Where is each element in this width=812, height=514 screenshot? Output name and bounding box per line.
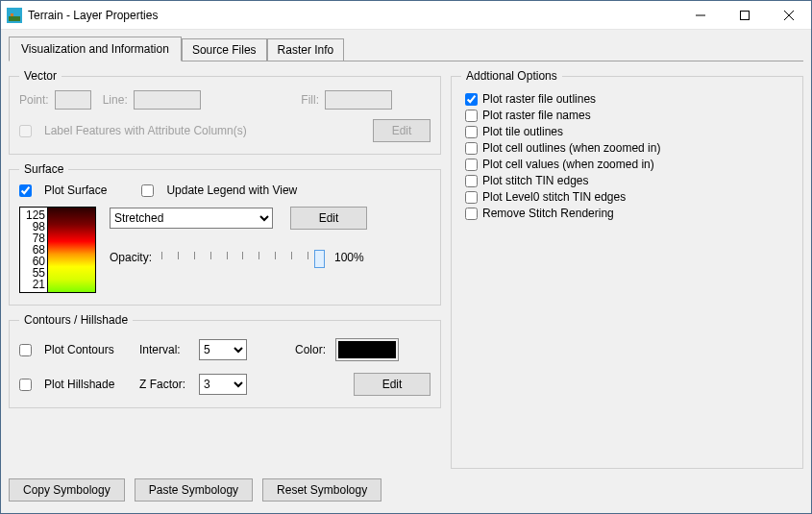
plot-hillshade-checkbox[interactable] [19, 379, 32, 391]
opt-plot-raster-names[interactable]: Plot raster file names [465, 109, 789, 122]
window-controls [678, 1, 811, 29]
contour-color-well[interactable] [335, 338, 399, 361]
opt-plot-raster-outlines[interactable]: Plot raster file outlines [465, 92, 789, 106]
tab-raster-info[interactable]: Raster Info [267, 38, 345, 61]
opt-label: Plot raster file names [482, 109, 591, 122]
point-label: Point: [19, 93, 49, 107]
checkbox[interactable] [465, 175, 478, 187]
plot-contours-option[interactable]: Plot Contours [19, 343, 130, 356]
opt-plot-stitch-tin[interactable]: Plot stitch TIN edges [465, 174, 789, 187]
update-legend-option[interactable]: Update Legend with View [141, 184, 297, 197]
opacity-slider-thumb[interactable] [314, 250, 325, 268]
plot-contours-label: Plot Contours [44, 343, 114, 356]
checkbox[interactable] [465, 142, 478, 155]
tab-bar: Visualization and Information Source Fil… [9, 36, 803, 61]
copy-symbology-button[interactable]: Copy Symbology [9, 478, 125, 502]
plot-contours-checkbox[interactable] [19, 344, 32, 356]
plot-surface-label: Plot Surface [44, 184, 107, 197]
opt-label: Plot raster file outlines [482, 92, 596, 106]
checkbox[interactable] [465, 159, 478, 171]
tab-visualization[interactable]: Visualization and Information [9, 37, 182, 61]
checkbox[interactable] [465, 208, 478, 220]
opt-label: Plot cell outlines (when zoomed in) [482, 141, 660, 155]
vector-legend: Vector [19, 69, 62, 83]
opt-label: Remove Stitch Rendering [482, 207, 614, 220]
checkbox[interactable] [465, 191, 478, 204]
color-ramp-legend: 125 98 78 68 60 55 21 [19, 207, 96, 293]
contour-color-swatch [338, 341, 396, 358]
label-features-label: Label Features with Attribute Column(s) [44, 124, 247, 137]
opacity-value: 100% [334, 251, 364, 264]
opt-label: Plot tile outlines [482, 125, 563, 138]
opt-label: Plot Level0 stitch TIN edges [482, 190, 626, 204]
plot-surface-checkbox[interactable] [19, 184, 32, 197]
opt-label: Plot stitch TIN edges [482, 174, 589, 187]
opt-remove-stitch-rendering[interactable]: Remove Stitch Rendering [465, 207, 789, 220]
additional-legend: Addtional Options [461, 69, 562, 83]
opt-plot-cell-outlines[interactable]: Plot cell outlines (when zoomed in) [465, 141, 789, 155]
stretch-mode-select[interactable]: Stretched [110, 208, 273, 229]
tab-label: Raster Info [278, 43, 334, 57]
line-label: Line: [103, 93, 128, 107]
checkbox[interactable] [465, 93, 478, 106]
svg-rect-2 [11, 13, 13, 16]
color-label: Color: [295, 343, 326, 356]
tab-source-files[interactable]: Source Files [182, 38, 267, 61]
checkbox[interactable] [465, 110, 478, 122]
plot-surface-option[interactable]: Plot Surface [19, 184, 107, 197]
minimize-button[interactable] [678, 1, 723, 29]
opt-plot-tile-outlines[interactable]: Plot tile outlines [465, 125, 789, 138]
contours-legend: Contours / Hillshade [19, 313, 133, 327]
content-area: Visualization and Information Source Fil… [1, 30, 811, 513]
surface-group: Surface Plot Surface Update Legend with … [9, 162, 441, 306]
window: Terrain - Layer Properties Visualization… [0, 0, 812, 514]
point-swatch [55, 90, 91, 110]
zfactor-select[interactable]: 3 [199, 374, 247, 395]
opacity-label: Opacity: [110, 251, 152, 264]
opacity-slider[interactable] [161, 256, 325, 259]
window-title: Terrain - Layer Properties [28, 9, 678, 22]
contours-group: Contours / Hillshade Plot Contours Inter… [9, 313, 441, 408]
tab-label: Source Files [192, 43, 257, 57]
close-button[interactable] [767, 1, 811, 29]
svg-rect-4 [741, 11, 750, 19]
update-legend-checkbox[interactable] [141, 184, 154, 197]
color-ramp-strip [47, 208, 95, 292]
titlebar: Terrain - Layer Properties [1, 1, 811, 30]
surface-edit-button[interactable]: Edit [290, 207, 367, 230]
fill-label: Fill: [301, 93, 319, 107]
update-legend-label: Update Legend with View [166, 184, 297, 197]
label-features-checkbox [19, 125, 32, 137]
paste-symbology-button[interactable]: Paste Symbology [135, 478, 253, 502]
opt-plot-level0-stitch[interactable]: Plot Level0 stitch TIN edges [465, 190, 789, 204]
zfactor-label: Z Factor: [139, 378, 189, 391]
reset-symbology-button[interactable]: Reset Symbology [262, 478, 381, 502]
opt-label: Plot cell values (when zoomed in) [482, 158, 654, 171]
checkbox[interactable] [465, 126, 478, 138]
color-ramp-ticks: 125 98 78 68 60 55 21 [20, 208, 47, 292]
svg-rect-1 [9, 16, 20, 21]
surface-legend: Surface [19, 162, 68, 176]
interval-label: Interval: [139, 343, 189, 356]
line-swatch [134, 90, 201, 110]
vector-edit-button: Edit [373, 119, 431, 142]
tab-label: Visualization and Information [21, 42, 169, 56]
contours-edit-button[interactable]: Edit [354, 373, 431, 396]
plot-hillshade-label: Plot Hillshade [44, 378, 114, 391]
fill-swatch [325, 90, 392, 110]
additional-options-group: Addtional Options Plot raster file outli… [451, 69, 803, 469]
app-icon [7, 8, 22, 23]
plot-hillshade-option[interactable]: Plot Hillshade [19, 378, 130, 391]
opt-plot-cell-values[interactable]: Plot cell values (when zoomed in) [465, 158, 789, 171]
interval-select[interactable]: 5 [199, 339, 247, 360]
maximize-button[interactable] [723, 1, 767, 29]
vector-group: Vector Point: Line: Fill: [9, 69, 441, 155]
